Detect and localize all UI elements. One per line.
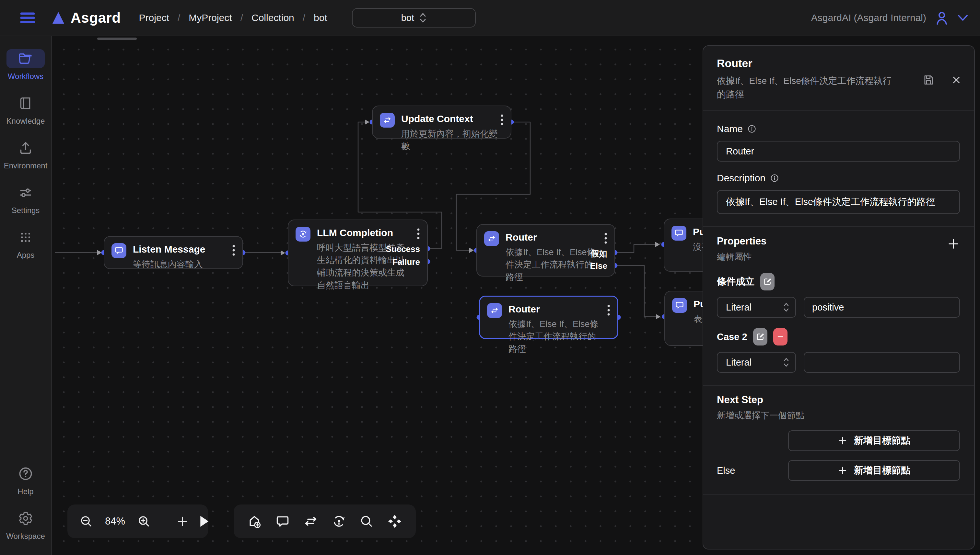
chat-bubble-icon — [675, 301, 684, 310]
breadcrumb-bot[interactable]: bot — [314, 12, 327, 23]
add-property-icon[interactable] — [947, 237, 960, 250]
breadcrumb-separator: / — [240, 12, 243, 23]
case-1-label: 條件成立 — [717, 275, 755, 288]
node-output-failure[interactable]: Failure — [393, 257, 420, 267]
breadcrumb-collection[interactable]: Collection — [251, 12, 294, 23]
sidebar-item-workflows[interactable]: Workflows — [6, 49, 45, 81]
node-subtitle: 等待訊息內容輸入 — [133, 258, 205, 271]
remove-case-button[interactable] — [773, 328, 787, 345]
node-subtitle: 用於更新內容，初始化變數 — [401, 128, 504, 153]
node-output-success[interactable]: Success — [386, 244, 420, 254]
select-value: Literal — [726, 357, 751, 368]
node-title: Update Context — [401, 113, 504, 125]
node-update-context[interactable]: Update Context 用於更新內容，初始化變數 — [372, 106, 512, 139]
node-router-2-selected[interactable]: Router 依據If、Else If、Else條件決定工作流程執行的路徑 — [479, 296, 618, 339]
node-menu-icon[interactable] — [417, 228, 420, 240]
description-label: Description — [717, 173, 766, 184]
node-title: Router — [505, 231, 598, 244]
sidebar-item-apps[interactable]: Apps — [6, 228, 45, 260]
llm-cycle-icon — [298, 229, 307, 239]
move-fit-icon[interactable] — [387, 514, 402, 529]
user-icon[interactable] — [935, 10, 949, 25]
node-menu-icon[interactable] — [500, 114, 504, 126]
node-title: Listen Message — [133, 243, 205, 255]
node-llm-completion[interactable]: LLM Completion 呼叫大型語言模型並產生結構化的資料輸出以輔助流程的… — [288, 220, 428, 286]
breadcrumb-myproject[interactable]: MyProject — [188, 12, 232, 23]
top-navbar: Asgard Project / MyProject / Collection … — [0, 0, 980, 36]
panel-description: 依據If、Else If、Else條件決定工作流程執行的路徑 — [717, 74, 897, 101]
plus-icon — [838, 466, 848, 475]
zoom-in-icon[interactable] — [137, 515, 150, 528]
swap-arrows-node-icon[interactable] — [303, 514, 318, 528]
canvas-scrollbar[interactable] — [97, 38, 137, 40]
case-2-value-input[interactable] — [804, 352, 960, 373]
add-target-node-label: 新增目標節點 — [854, 464, 910, 477]
upload-icon — [18, 141, 33, 155]
node-subtitle: 依據If、Else If、Else條件決定工作流程執行的路徑 — [509, 318, 601, 356]
swap-arrows-icon — [490, 306, 499, 315]
info-icon — [770, 173, 779, 183]
add-node-icon[interactable] — [247, 514, 262, 528]
panel-properties-section: Properties 編輯屬性 條件成立 Literal — [703, 227, 974, 386]
chat-bubble-icon — [674, 229, 684, 238]
run-icon[interactable] — [198, 515, 210, 528]
panel-footer — [703, 495, 974, 549]
node-router-1[interactable]: Router 依據If、Else If、Else條件決定工作流程執行的路徑 假如… — [476, 224, 615, 276]
message-node-icon[interactable] — [275, 514, 290, 528]
workflow-select[interactable]: bot — [352, 8, 476, 27]
sidebar-item-label: Apps — [17, 250, 35, 260]
edit-case-button[interactable] — [753, 328, 768, 345]
sidebar-item-environment[interactable]: Environment — [4, 139, 48, 170]
search-icon[interactable] — [360, 515, 373, 528]
swap-arrows-icon — [383, 115, 392, 125]
case-1-value-input[interactable] — [804, 297, 960, 318]
app-logo: Asgard — [52, 10, 121, 26]
chat-bubble-icon — [114, 246, 124, 255]
account-label: AsgardAI (Asgard Internal) — [811, 12, 926, 23]
node-title: LLM Completion — [317, 227, 408, 239]
edit-case-button[interactable] — [760, 273, 774, 290]
plus-icon — [838, 436, 848, 446]
node-menu-icon[interactable] — [232, 244, 235, 256]
node-subtitle: 依據If、Else If、Else條件決定工作流程執行的路徑 — [505, 246, 598, 284]
account-chevron-down-icon[interactable] — [957, 14, 968, 21]
node-output-else[interactable]: Else — [590, 261, 608, 271]
sidebar-item-label: Workspace — [6, 532, 45, 541]
node-menu-icon[interactable] — [604, 233, 607, 244]
add-icon[interactable] — [176, 515, 188, 528]
app-title: Asgard — [71, 10, 121, 26]
case-1-type-select[interactable]: Literal — [717, 297, 796, 318]
zoom-out-icon[interactable] — [80, 515, 93, 528]
breadcrumb-separator: / — [303, 12, 305, 23]
sidebar-item-workspace[interactable]: Workspace — [6, 509, 45, 541]
add-target-node-button[interactable]: 新增目標節點 — [788, 430, 960, 451]
add-target-node-button-else[interactable]: 新增目標節點 — [788, 460, 960, 481]
properties-subtitle: 編輯屬性 — [717, 251, 766, 263]
name-input[interactable] — [717, 141, 960, 162]
save-icon[interactable] — [922, 74, 935, 86]
logo-triangle-icon — [52, 11, 65, 24]
llm-node-icon[interactable] — [332, 514, 346, 528]
panel-title: Router — [717, 57, 897, 70]
case-2-label: Case 2 — [717, 332, 747, 342]
case-2-type-select[interactable]: Literal — [717, 352, 796, 373]
help-circle-icon — [18, 466, 33, 481]
apps-grid-icon — [19, 231, 32, 244]
sidebar-item-help[interactable]: Help — [6, 464, 45, 496]
node-title: Router — [509, 303, 601, 315]
select-chevrons-icon — [419, 12, 426, 23]
select-chevrons-icon — [783, 302, 789, 313]
node-menu-icon[interactable] — [607, 305, 610, 316]
breadcrumb-separator: / — [178, 12, 180, 23]
swap-arrows-icon — [487, 234, 496, 243]
description-input[interactable] — [717, 190, 960, 214]
name-label: Name — [717, 124, 743, 135]
sidebar-item-knowledge[interactable]: Knowledge — [6, 94, 45, 126]
sidebar-item-settings[interactable]: Settings — [6, 183, 45, 215]
node-output-if[interactable]: 假如 — [591, 248, 607, 259]
node-listen-message[interactable]: Listen Message 等待訊息內容輸入 — [104, 236, 243, 269]
gear-icon — [18, 511, 33, 526]
menu-icon[interactable] — [20, 11, 35, 24]
breadcrumb-project[interactable]: Project — [139, 12, 169, 23]
close-icon[interactable] — [951, 75, 961, 85]
